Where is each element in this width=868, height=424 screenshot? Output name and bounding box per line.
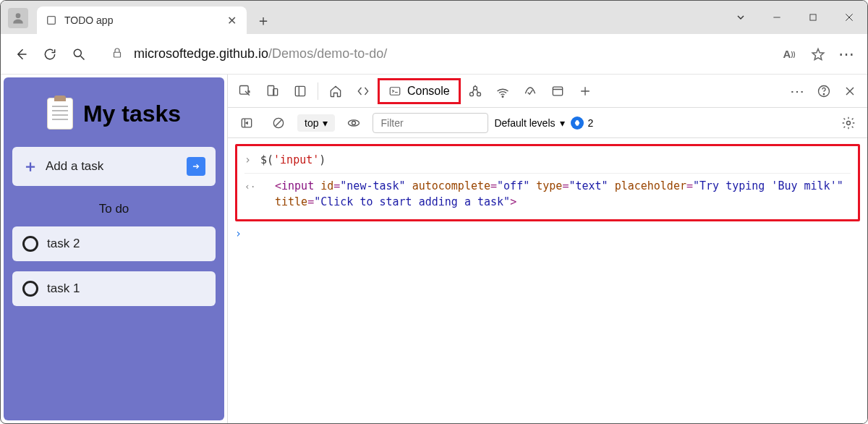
console-tab-label: Console xyxy=(407,85,450,98)
sidebar-toggle-icon[interactable] xyxy=(234,110,260,136)
read-aloud-icon[interactable]: A)) xyxy=(775,40,804,69)
search-button[interactable] xyxy=(64,40,93,69)
task-label: task 1 xyxy=(47,281,80,296)
svg-point-0 xyxy=(16,13,21,18)
section-todo-label: To do xyxy=(12,202,216,216)
profile-avatar-icon[interactable] xyxy=(8,8,28,28)
window-controls xyxy=(723,1,867,34)
clear-console-icon[interactable] xyxy=(265,110,292,136)
issues-button[interactable]: 2 xyxy=(571,116,594,130)
devtools-panel: Console ⋯ top ▾ xyxy=(227,75,867,423)
svg-rect-3 xyxy=(810,14,816,20)
context-select[interactable]: top ▾ xyxy=(297,114,335,132)
levels-label: Default levels xyxy=(494,117,555,129)
url-path: /Demos/demo-to-do/ xyxy=(268,46,387,61)
radio-icon[interactable] xyxy=(22,236,38,252)
devtools-tabbar: Console ⋯ xyxy=(228,75,867,108)
console-output[interactable]: › $('input') ‹· <input id="new-task" aut… xyxy=(228,138,867,423)
tab-title: TODO app xyxy=(64,14,225,26)
close-window-icon[interactable] xyxy=(831,1,867,34)
tab-favicon-icon xyxy=(46,14,57,26)
svg-point-6 xyxy=(74,49,81,56)
device-icon[interactable] xyxy=(260,78,286,104)
filter-input[interactable] xyxy=(373,113,488,133)
context-label: top xyxy=(305,117,318,129)
add-task-label: Add a task xyxy=(46,159,187,174)
log-levels-select[interactable]: Default levels ▾ xyxy=(494,117,564,129)
console-toolbar: top ▾ Default levels ▾ 2 xyxy=(228,108,867,138)
browser-titlebar: TODO app ✕ ＋ xyxy=(1,1,867,34)
console-input-text: $('input') xyxy=(260,152,326,169)
dropdown-icon: ▾ xyxy=(560,117,565,129)
live-expression-icon[interactable] xyxy=(341,110,367,136)
lock-icon xyxy=(111,46,124,62)
new-tab-button[interactable]: ＋ xyxy=(251,8,276,33)
svg-rect-1 xyxy=(48,17,56,25)
add-task-button[interactable]: ＋ Add a task xyxy=(12,147,216,186)
url-box[interactable]: microsoftedge.github.io/Demos/demo-to-do… xyxy=(102,41,766,67)
inspect-icon[interactable] xyxy=(232,78,258,104)
task-label: task 2 xyxy=(47,237,80,251)
prompt-chevron-icon: › xyxy=(235,226,245,242)
input-chevron-icon: › xyxy=(244,152,255,169)
svg-rect-8 xyxy=(114,52,121,57)
sources-icon[interactable] xyxy=(462,78,488,104)
svg-line-31 xyxy=(276,119,281,125)
svg-rect-14 xyxy=(390,87,400,95)
svg-point-19 xyxy=(502,96,503,97)
task-item[interactable]: task 1 xyxy=(12,271,216,306)
tab-console[interactable]: Console xyxy=(378,78,461,104)
svg-point-32 xyxy=(352,121,356,124)
help-icon[interactable] xyxy=(811,78,837,104)
svg-point-25 xyxy=(823,93,824,94)
svg-point-16 xyxy=(469,92,473,96)
performance-icon[interactable] xyxy=(517,78,543,104)
console-highlight-box: › $('input') ‹· <input id="new-task" aut… xyxy=(235,144,860,221)
back-button[interactable] xyxy=(7,40,35,69)
clipboard-icon xyxy=(47,98,73,130)
console-input-row: › $('input') xyxy=(244,150,851,170)
output-chevron-icon: ‹· xyxy=(244,178,255,194)
console-output-html: <input id="new-task" autocomplete="off" … xyxy=(260,178,851,211)
minimize-icon[interactable] xyxy=(759,1,795,34)
tab-close-icon[interactable]: ✕ xyxy=(225,14,238,27)
svg-point-33 xyxy=(847,121,851,124)
console-prompt[interactable]: › xyxy=(235,224,860,244)
welcome-icon[interactable] xyxy=(323,78,349,104)
url-host: microsoftedge.github.io xyxy=(134,46,268,61)
issues-badge-icon xyxy=(571,116,584,130)
plus-icon: ＋ xyxy=(22,156,38,177)
dock-icon[interactable] xyxy=(287,78,313,104)
app-title: My tasks xyxy=(83,101,181,127)
more-tabs-icon[interactable] xyxy=(572,78,598,104)
more-icon[interactable]: ⋯ xyxy=(833,40,861,69)
svg-point-17 xyxy=(477,92,480,96)
application-icon[interactable] xyxy=(545,78,571,104)
svg-line-7 xyxy=(81,56,85,59)
dropdown-icon: ▾ xyxy=(323,117,328,129)
issues-count: 2 xyxy=(588,117,594,129)
radio-icon[interactable] xyxy=(22,281,38,297)
refresh-button[interactable] xyxy=(35,40,64,69)
console-output-row[interactable]: ‹· <input id="new-task" autocomplete="of… xyxy=(244,177,851,212)
task-item[interactable]: task 2 xyxy=(12,226,216,261)
browser-tab[interactable]: TODO app ✕ xyxy=(37,7,247,34)
todo-app: My tasks ＋ Add a task To do task 2 task … xyxy=(4,77,224,420)
network-icon[interactable] xyxy=(490,78,516,104)
kebab-icon[interactable]: ⋯ xyxy=(785,78,811,104)
gear-icon[interactable] xyxy=(835,110,861,136)
elements-icon[interactable] xyxy=(350,78,376,104)
svg-rect-20 xyxy=(553,87,562,96)
maximize-icon[interactable] xyxy=(795,1,831,34)
arrow-right-icon[interactable] xyxy=(187,157,205,176)
address-bar: microsoftedge.github.io/Demos/demo-to-do… xyxy=(1,34,867,75)
chevron-down-icon[interactable] xyxy=(723,1,759,34)
close-devtools-icon[interactable] xyxy=(837,78,863,104)
favorite-icon[interactable] xyxy=(804,40,833,69)
svg-rect-12 xyxy=(295,86,305,96)
